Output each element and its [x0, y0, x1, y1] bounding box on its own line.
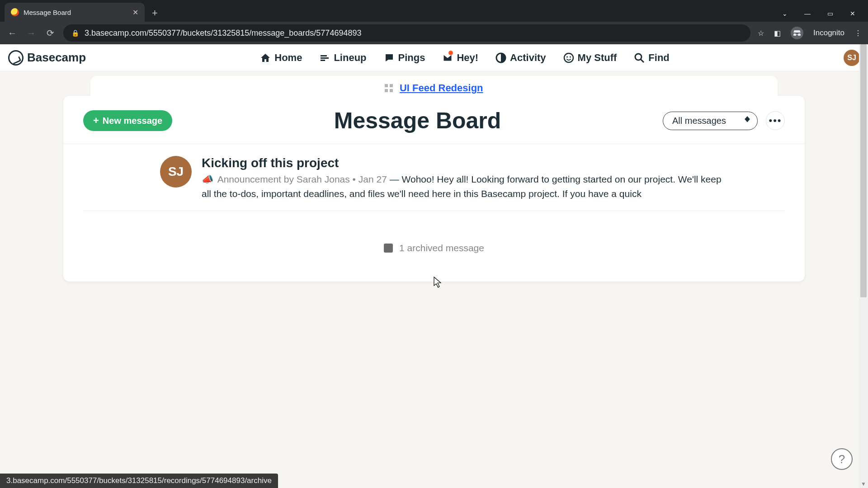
home-icon — [260, 52, 271, 63]
browser-menu-icon[interactable]: ⋮ — [854, 29, 862, 38]
svg-point-2 — [566, 56, 568, 57]
address-bar[interactable]: 🔒 3.basecamp.com/5550377/buckets/3132581… — [63, 24, 750, 42]
logo-mark-icon — [8, 50, 24, 66]
plus-icon: + — [93, 115, 99, 127]
url-text: 3.basecamp.com/5550377/buckets/31325815/… — [85, 28, 361, 38]
scroll-down-arrow[interactable]: ▼ — [859, 481, 868, 487]
message-author: Sarah Jonas — [297, 174, 350, 184]
nav-forward-icon: → — [25, 28, 37, 38]
message-row[interactable]: SJ Kicking off this project 📣 Announceme… — [83, 144, 785, 211]
svg-point-4 — [635, 54, 642, 60]
tab-title: Message Board — [24, 9, 128, 16]
app-nav: Basecamp Home Lineup Pings Hey! Activity… — [0, 44, 868, 71]
window-minimize-icon[interactable]: — — [803, 10, 812, 17]
search-icon — [634, 52, 645, 63]
svg-rect-6 — [385, 84, 388, 87]
message-filter-select[interactable]: All messages — [663, 112, 758, 130]
vertical-scrollbar[interactable]: ▲ ▼ — [859, 44, 868, 488]
nav-home[interactable]: Home — [260, 52, 302, 64]
new-tab-button[interactable]: + — [145, 7, 165, 22]
nav-mystuff[interactable]: My Stuff — [563, 52, 617, 64]
ellipsis-icon: ••• — [769, 115, 782, 127]
message-category: Announcement — [217, 174, 281, 184]
message-author-avatar: SJ — [160, 156, 192, 188]
browser-tab[interactable]: Message Board ✕ — [5, 3, 145, 22]
message-title: Kicking off this project — [202, 156, 726, 170]
message-meta: 📣 Announcement by Sarah Jonas • Jan 27 —… — [202, 172, 726, 201]
user-avatar-initials: SJ — [847, 54, 856, 62]
filter-selected-label: All messages — [672, 116, 726, 126]
basecamp-logo[interactable]: Basecamp — [8, 50, 86, 66]
activity-icon — [495, 52, 506, 63]
tab-close-icon[interactable]: ✕ — [132, 8, 138, 17]
page-title: Message Board — [172, 108, 663, 134]
nav-find-label: Find — [648, 52, 669, 64]
user-avatar[interactable]: SJ — [844, 50, 860, 66]
avatar-initials: SJ — [168, 164, 184, 179]
nav-activity-label: Activity — [510, 52, 546, 64]
nav-lineup[interactable]: Lineup — [319, 52, 366, 64]
tab-favicon — [11, 8, 19, 16]
svg-point-1 — [564, 53, 573, 62]
svg-rect-7 — [390, 84, 393, 87]
extensions-icon[interactable]: ◧ — [774, 29, 781, 38]
project-grid-icon — [385, 84, 393, 92]
svg-point-3 — [570, 56, 571, 57]
archived-messages-link[interactable]: 1 archived message — [384, 243, 484, 253]
mystuff-icon — [563, 52, 574, 63]
nav-hey[interactable]: Hey! — [442, 52, 478, 64]
svg-rect-8 — [385, 89, 388, 92]
breadcrumb-project-link[interactable]: UI Feed Redesign — [400, 82, 483, 94]
bookmark-star-icon[interactable]: ☆ — [758, 29, 764, 38]
lineup-icon — [319, 52, 330, 63]
nav-hey-label: Hey! — [457, 52, 478, 64]
hey-notification-dot — [448, 51, 453, 55]
nav-find[interactable]: Find — [634, 52, 669, 64]
incognito-icon — [791, 27, 803, 39]
new-message-button[interactable]: + New message — [83, 110, 172, 131]
nav-back-icon[interactable]: ← — [6, 28, 18, 38]
message-date: Jan 27 — [359, 174, 387, 184]
window-close-icon[interactable]: ✕ — [848, 10, 857, 17]
incognito-label: Incognito — [813, 28, 844, 38]
help-icon: ? — [839, 452, 845, 466]
archived-label: 1 archived message — [399, 243, 484, 253]
nav-mystuff-label: My Stuff — [578, 52, 617, 64]
breadcrumb: UI Feed Redesign — [90, 76, 778, 98]
announcement-icon: 📣 — [202, 174, 213, 184]
more-options-button[interactable]: ••• — [766, 111, 785, 130]
new-message-label: New message — [103, 116, 162, 126]
nav-activity[interactable]: Activity — [495, 52, 546, 64]
nav-reload-icon[interactable]: ⟳ — [44, 28, 56, 38]
pings-icon — [384, 52, 395, 63]
nav-pings[interactable]: Pings — [384, 52, 425, 64]
svg-rect-9 — [390, 89, 393, 92]
logo-text: Basecamp — [27, 51, 86, 65]
archive-box-icon — [384, 244, 393, 253]
status-bar: 3.basecamp.com/5550377/buckets/31325815/… — [0, 474, 278, 488]
nav-pings-label: Pings — [398, 52, 425, 64]
nav-lineup-label: Lineup — [334, 52, 366, 64]
window-maximize-icon[interactable]: ▭ — [826, 10, 835, 17]
lock-icon: 🔒 — [71, 29, 79, 37]
help-button[interactable]: ? — [831, 448, 853, 470]
tabs-dropdown-icon[interactable]: ⌄ — [780, 10, 789, 17]
nav-home-label: Home — [274, 52, 302, 64]
scroll-thumb[interactable] — [860, 44, 867, 297]
svg-line-5 — [641, 59, 644, 62]
message-board-card: + New message Message Board All messages… — [63, 96, 805, 282]
